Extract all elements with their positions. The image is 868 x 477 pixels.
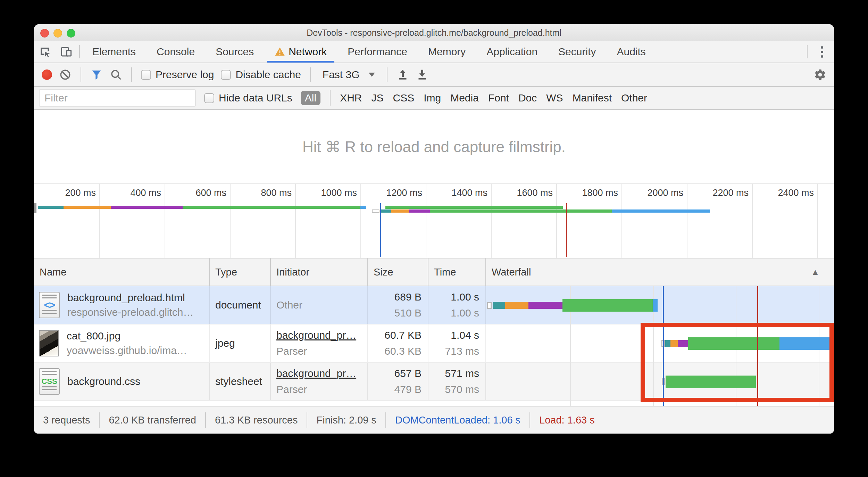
table-row[interactable]: cat_800.jpgyoavweiss.github.io/ima…jpegb… (34, 324, 834, 363)
disable-cache-label: Disable cache (235, 69, 301, 81)
request-type: jpeg (215, 337, 235, 349)
column-header-initiator[interactable]: Initiator (271, 258, 368, 286)
divider (385, 412, 386, 428)
tab-label: Elements (92, 46, 136, 58)
size-value: 60.7 KB (384, 329, 422, 341)
filter-input[interactable] (39, 89, 196, 107)
initiator-text: Other (276, 299, 367, 311)
size-content-value: 510 B (394, 307, 422, 319)
filter-type-all[interactable]: All (301, 91, 320, 105)
waterfall-bar-ssl (528, 302, 562, 309)
throttling-select[interactable]: Fast 3G (320, 69, 378, 81)
initiator-cell: background_pr…Parser (271, 363, 368, 400)
divider (330, 90, 331, 106)
time-cell: 571 ms570 ms (428, 363, 486, 400)
import-har-icon[interactable] (397, 68, 409, 81)
tab-label: Application (486, 46, 537, 58)
filter-type-doc[interactable]: Doc (518, 92, 537, 104)
column-header-name[interactable]: Name (34, 258, 210, 286)
ruler-label: 600 ms (171, 188, 226, 198)
tab-network[interactable]: Network (264, 41, 337, 63)
column-header-time[interactable]: Time (428, 258, 486, 286)
waterfall-bar-dns (665, 340, 670, 347)
ruler-gridline (295, 184, 296, 258)
filter-type-img[interactable]: Img (424, 92, 441, 104)
initiator-detail: Parser (276, 345, 367, 357)
waterfall-cell (486, 363, 834, 400)
table-row[interactable]: CSSbackground.cssstylesheetbackground_pr… (34, 363, 834, 401)
file-icon-glyph: CSS (41, 377, 57, 386)
requests-table-header: NameTypeInitiatorSizeTimeWaterfall▲ (34, 258, 834, 286)
network-filterbar: Hide data URLs AllXHRJSCSSImgMediaFontDo… (34, 87, 834, 110)
tab-console[interactable]: Console (146, 41, 205, 63)
divider (807, 45, 808, 58)
overview-bar-wait (430, 209, 612, 213)
gear-icon[interactable] (814, 68, 826, 81)
filter-type-ws[interactable]: WS (546, 92, 563, 104)
filter-funnel-icon[interactable] (90, 68, 103, 81)
size-value: 689 B (394, 291, 422, 303)
tab-application[interactable]: Application (476, 41, 548, 63)
filter-type-font[interactable]: Font (488, 92, 509, 104)
record-button[interactable] (42, 69, 52, 80)
ruler-label: 2400 ms (758, 188, 814, 198)
initiator-link[interactable]: background_pr… (276, 368, 367, 379)
column-header-label: Name (40, 266, 66, 278)
desktop-background: DevTools - responsive-preload.glitch.me/… (0, 0, 868, 477)
tab-label: Audits (617, 46, 645, 58)
network-overview-timeline[interactable]: 200 ms400 ms600 ms800 ms1000 ms1200 ms14… (34, 183, 834, 258)
size-value: 657 B (394, 368, 422, 379)
tab-memory[interactable]: Memory (418, 41, 476, 63)
tab-label: Memory (428, 46, 466, 58)
column-header-waterfall[interactable]: Waterfall▲ (486, 258, 834, 286)
time-value: 1.04 s (451, 329, 479, 341)
divider (307, 412, 307, 428)
filter-type-other[interactable]: Other (621, 92, 647, 104)
type-cell: jpeg (210, 324, 271, 362)
network-toolbar: Preserve log Disable cache Fast 3G (34, 63, 834, 87)
load-line (566, 203, 567, 257)
initiator-cell: Other (271, 286, 368, 324)
table-row[interactable]: <>background_preload.htmlresponsive-prel… (34, 286, 834, 324)
request-name-block: background_preload.htmlresponsive-preloa… (67, 290, 194, 320)
inspect-icon[interactable] (34, 41, 56, 63)
search-icon[interactable] (110, 68, 122, 81)
filter-type-xhr[interactable]: XHR (340, 92, 362, 104)
filter-type-manifest[interactable]: Manifest (573, 92, 612, 104)
preserve-log-checkbox[interactable] (141, 70, 151, 80)
disable-cache-checkbox[interactable] (221, 70, 231, 80)
filmstrip-hint-message: Hit ⌘ R to reload and capture filmstrip. (302, 138, 566, 156)
column-header-label: Size (374, 266, 393, 278)
ruler-label: 800 ms (236, 188, 292, 198)
kebab-menu-icon[interactable] (810, 41, 834, 63)
column-header-type[interactable]: Type (210, 258, 271, 286)
tab-performance[interactable]: Performance (337, 41, 418, 63)
waterfall-bar-wait (688, 337, 779, 350)
overview-bar-queue (372, 209, 379, 213)
status-item: 3 requests (43, 414, 90, 426)
tab-label: Performance (348, 46, 407, 58)
hide-data-urls-checkbox[interactable] (204, 93, 214, 103)
tab-label: Security (558, 46, 596, 58)
overview-bar-ssl (409, 209, 430, 213)
device-toolbar-icon[interactable] (56, 41, 77, 63)
ruler-gridline (621, 184, 622, 258)
tab-sources[interactable]: Sources (205, 41, 264, 63)
warning-icon (275, 47, 285, 57)
tab-audits[interactable]: Audits (606, 41, 656, 63)
tab-security[interactable]: Security (548, 41, 606, 63)
ruler-label: 1800 ms (562, 188, 618, 198)
column-header-size[interactable]: Size (368, 258, 428, 286)
filter-type-css[interactable]: CSS (393, 92, 414, 104)
tab-elements[interactable]: Elements (82, 41, 146, 63)
filter-type-js[interactable]: JS (371, 92, 383, 104)
size-content-value: 60.3 KB (384, 345, 422, 357)
export-har-icon[interactable] (416, 68, 428, 81)
hide-data-urls-label: Hide data URLs (219, 92, 292, 104)
clear-icon[interactable] (59, 68, 72, 81)
filter-type-media[interactable]: Media (450, 92, 479, 104)
overview-drag-handle[interactable] (34, 203, 36, 213)
initiator-link[interactable]: background_pr… (276, 329, 367, 341)
divider (310, 67, 311, 82)
load-line (757, 286, 758, 406)
